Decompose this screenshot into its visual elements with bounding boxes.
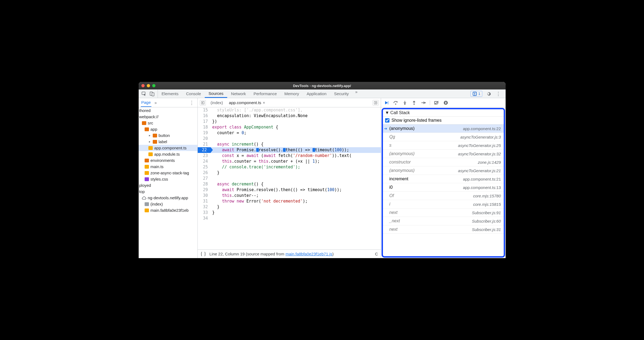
nav-item[interactable]: zone-async-stack-tag <box>139 170 197 176</box>
call-stack-frame[interactable]: constructorzone.js:1429 <box>383 158 504 166</box>
nav-item[interactable]: thored <box>139 107 197 114</box>
call-stack-frame[interactable]: nextSubscriber.js:91 <box>383 209 504 217</box>
call-stack-frame[interactable]: Ofcore.mjs:15780 <box>383 192 504 200</box>
device-toolbar-icon[interactable] <box>149 91 155 97</box>
code-line[interactable]: 27 <box>198 176 381 181</box>
call-stack-frame[interactable]: i0app.component.ts:13 <box>383 183 504 192</box>
code-line[interactable]: 26 } <box>198 170 381 176</box>
zoom-window-button[interactable] <box>152 84 155 87</box>
code-line[interactable]: 31 throw new Error('not decremented'); <box>198 198 381 204</box>
close-window-button[interactable] <box>141 84 145 87</box>
nav-item[interactable]: ▸button <box>139 132 197 139</box>
code-line[interactable]: 25 // console.trace('incremented'); <box>198 164 381 170</box>
inspect-element-icon[interactable] <box>141 91 147 97</box>
main-tab-sources[interactable]: Sources <box>205 89 227 98</box>
main-tab-elements[interactable]: Elements <box>158 89 183 98</box>
main-tab-memory[interactable]: Memory <box>281 89 303 98</box>
call-stack-frame[interactable]: incrementapp.component.ts:21 <box>383 175 504 183</box>
call-stack-frame[interactable]: (anonymous)asyncToGenerator.js:32 <box>383 150 504 158</box>
nav-item[interactable]: webpack:// <box>139 114 197 120</box>
disclosure-triangle-icon[interactable]: ▼ <box>385 110 389 115</box>
code-line[interactable]: 34 <box>198 216 381 221</box>
code-line[interactable]: 33} <box>198 210 381 216</box>
code-line[interactable]: 20 <box>198 136 381 142</box>
nav-item[interactable]: (index) <box>139 201 197 207</box>
main-tab-application[interactable]: Application <box>303 89 330 98</box>
pretty-print-icon[interactable]: { } <box>200 251 206 257</box>
call-stack-frame[interactable]: _nextSubscriber.js:60 <box>383 217 504 225</box>
line-number[interactable]: 23 <box>198 153 211 159</box>
code-line[interactable]: 24 this.counter = this.counter + (+x || … <box>198 159 381 164</box>
deactivate-breakpoints-button[interactable] <box>434 100 439 105</box>
line-number[interactable]: 21 <box>198 142 211 147</box>
line-number[interactable]: 15 <box>198 107 211 113</box>
code-line[interactable]: 32 } <box>198 204 381 210</box>
call-stack-frame[interactable]: icore.mjs:15815 <box>383 200 504 209</box>
main-tab-network[interactable]: Network <box>227 89 250 98</box>
nav-item[interactable]: top <box>139 188 197 195</box>
line-number[interactable]: 30 <box>198 193 211 198</box>
code-line[interactable]: 19 counter = 0; <box>198 130 381 136</box>
nav-item[interactable]: environments <box>139 157 197 163</box>
file-tab[interactable]: app.component.ts× <box>227 99 267 106</box>
code-line[interactable]: 30 this.counter--; <box>198 193 381 198</box>
expand-icon[interactable]: ▸ <box>148 140 151 143</box>
minimize-window-button[interactable] <box>147 84 150 87</box>
nav-item[interactable]: app.component.ts <box>139 145 197 151</box>
file-navigator[interactable]: thoredwebpack://srcapp▸button▸labelapp.c… <box>139 107 198 258</box>
navigator-menu-icon[interactable]: ⋮ <box>188 100 195 106</box>
line-number[interactable]: 19 <box>198 130 211 136</box>
navigate-back-button[interactable] <box>200 100 206 105</box>
nav-item[interactable]: src <box>139 120 197 126</box>
more-options-icon[interactable]: ⋮ <box>495 91 502 97</box>
show-ignored-frames-checkbox[interactable] <box>385 118 389 123</box>
main-tab-console[interactable]: Console <box>182 89 205 98</box>
pause-exceptions-button[interactable] <box>443 100 448 105</box>
line-number[interactable]: 22 <box>198 147 211 153</box>
nav-item[interactable]: app.module.ts <box>139 151 197 157</box>
line-number[interactable]: 33 <box>198 210 211 216</box>
line-number[interactable]: 28 <box>198 181 211 187</box>
line-number[interactable]: 24 <box>198 159 211 164</box>
line-number[interactable]: 26 <box>198 170 211 176</box>
source-map-link[interactable]: main.fa8bfa0e23f1eb71.js <box>285 252 332 256</box>
nav-item[interactable]: styles.css <box>139 176 197 182</box>
code-line[interactable]: 17}) <box>198 119 381 124</box>
main-tab-performance[interactable]: Performance <box>250 89 281 98</box>
nav-item[interactable]: ng-devtools.netlify.app <box>139 195 197 201</box>
issues-badge[interactable]: 1 <box>470 91 482 97</box>
line-number[interactable]: 16 <box>198 113 211 119</box>
step-into-button[interactable] <box>402 100 408 105</box>
nav-item[interactable]: main.fa8bfa0e23f1eb <box>139 207 197 213</box>
nav-item[interactable]: app <box>139 126 197 132</box>
line-number[interactable]: 25 <box>198 164 211 170</box>
call-stack-frame[interactable]: nextSubscriber.js:31 <box>383 225 504 234</box>
nav-item[interactable]: ▸label <box>139 139 197 145</box>
navigator-more-tabs-icon[interactable]: » <box>155 100 157 105</box>
close-icon[interactable]: × <box>263 101 265 105</box>
code-line[interactable]: 15 styleUrls: ['./app.component.css'], <box>198 107 381 113</box>
code-line[interactable]: 21 async increment() { <box>198 142 381 147</box>
code-line[interactable]: 16 encapsulation: ViewEncapsulation.None <box>198 113 381 119</box>
resume-button[interactable] <box>384 100 389 105</box>
line-number[interactable]: 32 <box>198 204 211 210</box>
expand-icon[interactable]: ▸ <box>148 134 151 137</box>
line-number[interactable]: 29 <box>198 187 211 193</box>
step-out-button[interactable] <box>411 100 417 105</box>
call-stack-header[interactable]: ▼ Call Stack <box>383 109 504 117</box>
call-stack-frame[interactable]: (anonymous)app.component.ts:22 <box>383 124 504 133</box>
code-line[interactable]: 23 const x = await (await fetch('/random… <box>198 153 381 159</box>
navigate-forward-button[interactable] <box>373 100 379 105</box>
step-button[interactable] <box>421 100 426 105</box>
line-number[interactable]: 31 <box>198 198 211 204</box>
call-stack-frame[interactable]: sasyncToGenerator.js:25 <box>383 141 504 150</box>
call-stack-frame[interactable]: (anonymous)asyncToGenerator.js:21 <box>383 166 504 175</box>
file-tab[interactable]: (index) <box>209 99 225 106</box>
nav-item[interactable]: ployed <box>139 182 197 188</box>
line-number[interactable]: 20 <box>198 136 211 142</box>
settings-icon[interactable] <box>486 91 491 96</box>
line-number[interactable]: 17 <box>198 119 211 124</box>
code-line[interactable]: 28 async decrement() { <box>198 181 381 187</box>
line-number[interactable]: 18 <box>198 124 211 130</box>
line-number[interactable]: 27 <box>198 176 211 181</box>
